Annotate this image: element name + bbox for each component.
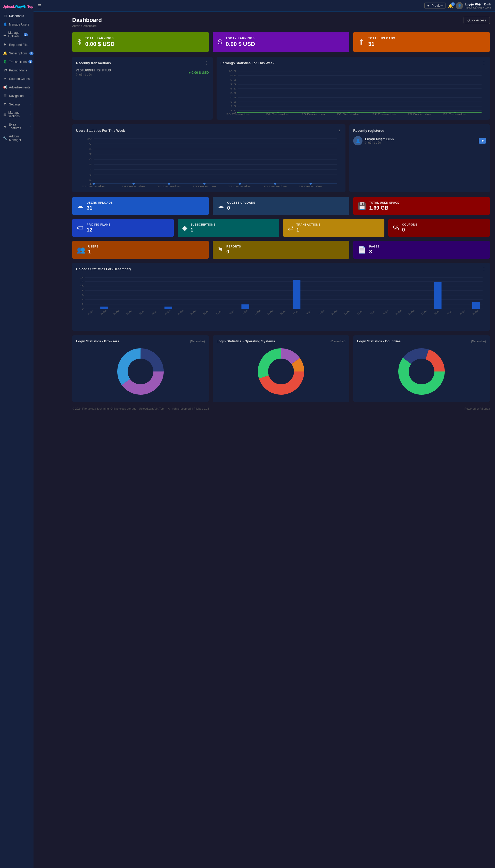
- dashboard-icon: ⊞: [3, 14, 7, 18]
- breadcrumb-admin[interactable]: Admin: [72, 24, 80, 27]
- svg-text:4: 4: [82, 298, 84, 300]
- avatar: 👤: [456, 2, 463, 9]
- sidebar-label: Manage Uploads: [8, 31, 22, 38]
- sidebar-item-manage-uploads[interactable]: ☁ Manage Uploads 1 ›: [0, 29, 34, 40]
- sidebar-label: Transactions: [9, 60, 27, 64]
- page-header: Dashboard Admin / Dashboard Quick Access: [72, 17, 490, 27]
- users-chart-menu-icon[interactable]: ⋮: [338, 128, 342, 133]
- transaction-amount: + 0.00 $ USD: [189, 71, 209, 74]
- transaction-time: 3 tuần trước: [76, 73, 111, 76]
- pricing-plans-label: PRICING PLANS: [87, 223, 110, 226]
- hamburger-icon[interactable]: ☰: [37, 3, 41, 8]
- users-chart-title: Users Statistics For This Week: [76, 129, 125, 133]
- view-user-button[interactable]: 👁: [479, 138, 486, 144]
- svg-text:4 $: 4 $: [231, 96, 236, 99]
- sidebar-item-advertisements[interactable]: 📢 Advertisements: [0, 83, 34, 91]
- transactions-icon: 💲: [3, 60, 7, 64]
- svg-text:02 Dec: 02 Dec: [100, 310, 107, 315]
- recently-registered-title: Recently registered: [353, 129, 385, 133]
- svg-text:8: 8: [89, 148, 91, 150]
- browsers-month: (December): [190, 340, 205, 343]
- users-uploads-card: ☁ USERS UPLOADS 31: [72, 197, 209, 215]
- svg-text:06 Dec: 06 Dec: [151, 310, 158, 315]
- uploads-chart-menu-icon[interactable]: ⋮: [482, 266, 486, 272]
- sidebar-item-reported-files[interactable]: ⚑ Reported Files: [0, 40, 34, 49]
- today-earnings-card: $ TODAY EARNINGS 0.00 $ USD: [213, 32, 349, 52]
- earnings-chart-menu-icon[interactable]: ⋮: [482, 60, 486, 66]
- svg-point-60: [274, 183, 276, 185]
- subscriptions-value: 1: [190, 227, 216, 233]
- svg-text:7 $: 7 $: [231, 83, 236, 86]
- footer: © 2024 File upload & sharing. Online clo…: [72, 402, 490, 413]
- sidebar-item-settings[interactable]: ⚙ Settings ›: [0, 100, 34, 108]
- reports-card: ⚑ REPORTS 0: [213, 241, 349, 259]
- notif-badge: 2: [451, 2, 455, 6]
- sections-icon: ⊟: [3, 112, 6, 117]
- svg-text:7: 7: [89, 153, 91, 155]
- svg-text:27 December: 27 December: [372, 113, 396, 115]
- svg-text:09 Dec: 09 Dec: [190, 310, 197, 315]
- svg-text:08 Dec: 08 Dec: [177, 310, 184, 315]
- subscriptions-badge: 1: [29, 52, 34, 55]
- svg-text:6 $: 6 $: [231, 87, 236, 90]
- guest-upload-icon: ☁: [217, 202, 224, 210]
- svg-text:20 Dec: 20 Dec: [331, 310, 338, 315]
- guests-uploads-value: 0: [227, 205, 255, 211]
- svg-rect-104: [293, 280, 300, 309]
- svg-point-61: [309, 183, 312, 185]
- main-content: Dashboard Admin / Dashboard Quick Access…: [67, 12, 495, 868]
- total-used-space-card: 💾 TOTAL USED SPACE 1.69 GB: [353, 197, 490, 215]
- sidebar-label: Subscriptions: [9, 52, 28, 55]
- svg-text:30 Dec: 30 Dec: [459, 310, 466, 315]
- user-menu[interactable]: 👤 Luyện Phạm Đình meodilac@wapvn.com: [456, 2, 491, 9]
- sidebar-label: Manage Users: [9, 23, 29, 26]
- svg-text:27 December: 27 December: [228, 185, 252, 188]
- sidebar-item-addons-manager[interactable]: 🔧 Addons Manager: [0, 132, 34, 144]
- sidebar-label: Extra Features: [9, 123, 28, 130]
- uploads-badge: 1: [24, 33, 28, 36]
- users-uploads-label: USERS UPLOADS: [87, 201, 113, 204]
- reg-menu-icon[interactable]: ⋮: [482, 128, 486, 133]
- addons-icon: 🔧: [3, 136, 7, 140]
- svg-text:11 Dec: 11 Dec: [216, 310, 223, 315]
- svg-text:29 December: 29 December: [299, 185, 323, 188]
- svg-text:29 December: 29 December: [443, 113, 467, 115]
- arrow-icon: ›: [30, 113, 30, 116]
- topbar: ☰ 👁 Preview 🔔 2 👤 Luyện Phạm Đình meodil…: [34, 0, 495, 12]
- guests-uploads-label: GUESTS UPLOADS: [227, 201, 255, 204]
- sidebar-item-subscriptions[interactable]: 🔔 Subscriptions 1: [0, 49, 34, 57]
- preview-button[interactable]: 👁 Preview: [424, 3, 445, 9]
- sidebar-item-manage-sections[interactable]: ⊟ Manage sections ›: [0, 108, 34, 120]
- countries-donut-chart: [357, 346, 486, 397]
- notifications-button[interactable]: 🔔 2: [448, 3, 453, 8]
- sidebar-item-coupon-codes[interactable]: ✂ Coupon Codes: [0, 74, 34, 83]
- sidebar-item-dashboard[interactable]: ⊞ Dashboard: [0, 12, 34, 20]
- subscriptions-label: SUBSCRIPTIONS: [190, 223, 216, 226]
- os-month: (December): [330, 340, 345, 343]
- today-earnings-label: TODAY EARNINGS: [226, 37, 255, 40]
- sidebar-item-pricing-plans[interactable]: 🏷 Pricing Plans: [0, 66, 34, 74]
- sidebar-item-manage-users[interactable]: 👤 Manage Users: [0, 20, 34, 29]
- svg-text:8 $: 8 $: [231, 79, 236, 81]
- svg-text:12 Dec: 12 Dec: [228, 310, 236, 315]
- svg-point-55: [92, 183, 95, 185]
- transactions-menu-icon[interactable]: ⋮: [205, 60, 209, 66]
- svg-text:28 December: 28 December: [408, 113, 431, 115]
- svg-text:25 December: 25 December: [157, 185, 181, 188]
- sidebar-item-transactions[interactable]: 💲 Transactions 1: [0, 57, 34, 66]
- uploads-icon: ☁: [3, 33, 6, 37]
- svg-text:01 Dec: 01 Dec: [87, 310, 95, 315]
- users-card-value: 1: [88, 249, 99, 255]
- sidebar-item-extra-features[interactable]: ★ Extra Features ›: [0, 120, 34, 132]
- sidebar-item-navigation[interactable]: ☰ Navigation ›: [0, 91, 34, 100]
- eye-icon: 👁: [427, 4, 430, 7]
- total-used-space-label: TOTAL USED SPACE: [369, 201, 399, 204]
- browsers-donut-chart: [76, 346, 205, 397]
- pricing-icon: 🏷: [3, 68, 7, 72]
- svg-text:6: 6: [82, 294, 84, 296]
- misc-counters-row: 👥 USERS 1 ⚑ REPORTS 0 📄 PAGES 3: [72, 241, 490, 259]
- svg-text:24 Dec: 24 Dec: [382, 310, 390, 315]
- breadcrumb-current: Dashboard: [83, 24, 97, 27]
- subscriptions-icon: 🔔: [3, 51, 7, 55]
- quick-access-button[interactable]: Quick Access: [463, 17, 490, 24]
